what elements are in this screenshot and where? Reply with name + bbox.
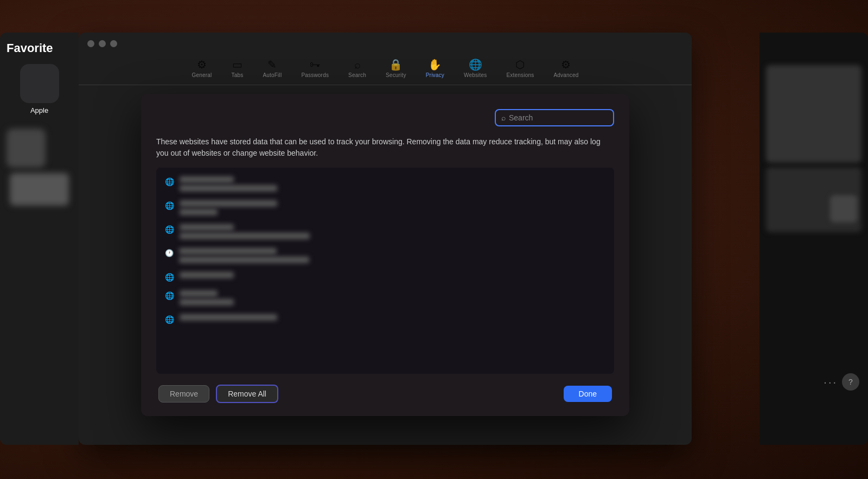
site-details <box>180 176 277 191</box>
advanced-icon: ⚙ <box>561 59 571 70</box>
traffic-lights <box>79 33 692 55</box>
blurred-sub <box>180 299 234 305</box>
site-details <box>179 248 309 263</box>
blurred-sub <box>180 185 277 191</box>
search-box[interactable]: ⌕ <box>495 109 614 126</box>
table-row[interactable]: 🌐 <box>156 310 614 328</box>
search-label: Search <box>348 72 366 78</box>
table-row[interactable]: 🌐 <box>156 220 614 244</box>
site-details <box>180 314 277 321</box>
table-row[interactable]: 🌐 <box>156 196 614 220</box>
blurred-sub <box>180 233 310 239</box>
globe-icon: 🌐 <box>165 177 174 186</box>
remove-button[interactable]: Remove <box>158 385 209 403</box>
globe-icon: 🌐 <box>165 225 174 234</box>
right-blurred-1 <box>766 65 861 163</box>
privacy-icon: ✋ <box>428 59 442 70</box>
sidebar: Favorite Apple <box>0 33 79 445</box>
sidebar-blurred-1 <box>7 129 46 168</box>
modal-buttons: Remove Remove All Done <box>156 385 614 403</box>
search-input[interactable] <box>509 113 608 122</box>
advanced-label: Advanced <box>553 72 578 78</box>
blurred-domain <box>180 224 234 231</box>
description-text: These websites have stored data that can… <box>156 136 601 159</box>
site-details <box>180 272 234 278</box>
passwords-label: Passwords <box>301 72 329 78</box>
search-row: ⌕ <box>156 109 614 126</box>
table-row[interactable]: 🕐 <box>156 244 614 267</box>
maximize-button[interactable] <box>110 40 117 47</box>
globe-icon: 🌐 <box>165 273 174 282</box>
extensions-icon: ⬡ <box>515 59 525 70</box>
sidebar-blurred-2 <box>10 173 69 206</box>
autofill-label: AutoFill <box>263 72 282 78</box>
blurred-sub <box>180 209 218 215</box>
done-button[interactable]: Done <box>564 386 612 402</box>
tabs-label: Tabs <box>232 72 244 78</box>
table-row[interactable]: 🌐 <box>156 286 614 310</box>
search-icon: ⌕ <box>501 113 506 122</box>
bottom-controls: ··· ? <box>824 373 859 391</box>
blurred-domain <box>179 248 277 254</box>
toolbar-websites[interactable]: 🌐 Websites <box>464 59 487 78</box>
safari-toolbar: ⚙ General ▭ Tabs ✎ AutoFill 🗝 Passwords … <box>79 55 692 85</box>
globe-icon: 🌐 <box>165 291 174 300</box>
search-toolbar-icon: ⌕ <box>354 59 361 70</box>
globe-icon: 🌐 <box>165 201 174 210</box>
remove-all-button[interactable]: Remove All <box>216 385 278 403</box>
blurred-sub <box>179 257 309 263</box>
security-icon: 🔒 <box>389 59 403 70</box>
toolbar-autofill[interactable]: ✎ AutoFill <box>263 59 282 78</box>
websites-icon: 🌐 <box>469 59 482 70</box>
question-button[interactable]: ? <box>842 373 859 391</box>
apple-favicon <box>20 64 59 103</box>
general-label: General <box>192 72 212 78</box>
apple-label: Apple <box>30 106 48 114</box>
table-row[interactable]: 🌐 <box>156 172 614 196</box>
table-row[interactable]: 🌐 <box>156 267 614 286</box>
toolbar-search[interactable]: ⌕ Search <box>348 59 366 78</box>
globe-icon: 🌐 <box>165 315 174 324</box>
close-button[interactable] <box>87 40 94 47</box>
blurred-domain <box>180 272 234 278</box>
minimize-button[interactable] <box>99 40 106 47</box>
blurred-domain <box>180 290 218 297</box>
tabs-icon: ▭ <box>232 59 242 70</box>
site-details <box>180 290 234 305</box>
blurred-domain <box>180 314 277 321</box>
site-details <box>180 200 277 215</box>
blurred-domain <box>180 176 234 183</box>
privacy-label: Privacy <box>426 72 444 78</box>
favorite-apple[interactable]: Apple <box>7 64 72 114</box>
websites-label: Websites <box>464 72 487 78</box>
modal-content: ⌕ These websites have stored data that c… <box>141 94 629 416</box>
right-thumb <box>830 195 857 222</box>
toolbar-passwords[interactable]: 🗝 Passwords <box>301 59 329 78</box>
toolbar-security[interactable]: 🔒 Security <box>386 59 406 78</box>
sidebar-title: Favorite <box>7 41 72 55</box>
privacy-modal: ⌕ These websites have stored data that c… <box>141 94 629 416</box>
toolbar-general[interactable]: ⚙ General <box>192 59 212 78</box>
security-label: Security <box>386 72 406 78</box>
modal-overlay: ⌕ These websites have stored data that c… <box>79 33 692 445</box>
clock-icon: 🕐 <box>165 249 174 257</box>
dots-button[interactable]: ··· <box>824 376 838 388</box>
general-icon: ⚙ <box>197 59 207 70</box>
autofill-icon: ✎ <box>267 59 277 70</box>
toolbar-advanced[interactable]: ⚙ Advanced <box>553 59 578 78</box>
blurred-domain <box>180 200 277 207</box>
toolbar-extensions[interactable]: ⬡ Extensions <box>506 59 534 78</box>
site-details <box>180 224 310 239</box>
right-panel: ··· ? <box>760 33 868 445</box>
passwords-icon: 🗝 <box>310 59 321 70</box>
toolbar-privacy[interactable]: ✋ Privacy <box>426 59 444 78</box>
toolbar-tabs[interactable]: ▭ Tabs <box>232 59 244 78</box>
extensions-label: Extensions <box>506 72 534 78</box>
website-list[interactable]: 🌐 🌐 🌐 <box>156 168 614 374</box>
